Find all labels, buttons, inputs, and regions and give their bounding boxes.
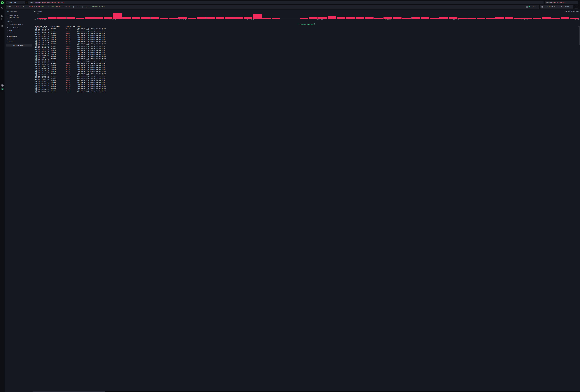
info-checkbox[interactable] (6, 30, 8, 31)
cell-severitytext: error (66, 52, 77, 53)
row-expand-chevron-icon[interactable]: › (33, 91, 35, 92)
search-logs-icon[interactable] (1, 15, 3, 17)
user-avatar[interactable]: U (1, 88, 4, 90)
select-query-input[interactable]: SELECT Timestamp, ServiceName, SeverityT… (28, 1, 182, 4)
row-expand-chevron-icon[interactable]: › (33, 78, 35, 79)
row-expand-chevron-icon[interactable]: › (33, 59, 35, 61)
row-expand-chevron-icon[interactable]: › (33, 84, 35, 85)
mode-results-table[interactable]: Results Table (6, 14, 32, 16)
row-expand-chevron-icon[interactable]: › (33, 69, 35, 70)
table-body: › Jun 11 1:56:51.975 PM payment error Vi… (33, 26, 182, 92)
histogram-bar[interactable] (132, 17, 140, 18)
histogram-bar[interactable] (85, 17, 94, 18)
histogram-bar[interactable] (113, 13, 122, 18)
cell-severitytext: error (66, 42, 77, 44)
cell-servicename: payment (50, 40, 66, 42)
row-expand-chevron-icon[interactable]: › (33, 82, 35, 83)
row-expand-chevron-icon[interactable]: › (33, 41, 35, 42)
histogram-bar[interactable] (178, 17, 182, 18)
cell-servicename: payment (50, 74, 66, 76)
cell-servicename: payment (50, 65, 66, 66)
histogram-bar[interactable] (76, 18, 84, 18)
query-token: , (60, 2, 61, 3)
row-expand-chevron-icon[interactable]: › (33, 39, 35, 40)
row-expand-chevron-icon[interactable]: › (33, 50, 35, 51)
denoise-icon (9, 24, 10, 25)
column-header-timestamp[interactable]: Timestamp (Local) (35, 26, 50, 27)
cell-servicename: payment (50, 63, 66, 64)
row-expand-chevron-icon[interactable]: › (33, 48, 35, 49)
row-expand-chevron-icon[interactable]: › (33, 80, 35, 81)
source-selector[interactable]: Demo Logs (6, 1, 25, 4)
page-content: Analysis Mode Results Table Event Patter… (5, 9, 182, 92)
row-expand-chevron-icon[interactable]: › (33, 31, 35, 32)
load-more-severitytext[interactable]: ∨ Load more (6, 32, 32, 34)
row-expand-chevron-icon[interactable]: › (33, 46, 35, 47)
row-expand-chevron-icon[interactable]: › (33, 29, 35, 30)
checkout-checkbox[interactable] (6, 38, 8, 40)
query-token: 'error' (23, 6, 28, 8)
dashboards-icon[interactable] (1, 25, 3, 27)
cell-severitytext: error (66, 61, 77, 63)
histogram-bar[interactable] (122, 17, 131, 18)
mode-event-patterns[interactable]: Event Patterns (6, 16, 32, 18)
where-query-input[interactable]: WHERE SeverityText = 'error' AND Body IL… (6, 5, 182, 8)
row-expand-chevron-icon[interactable]: › (33, 88, 35, 89)
cell-body: Visa cache full: cannot add new item. (77, 46, 182, 48)
search-icon[interactable] (6, 27, 8, 28)
histogram-bar[interactable] (150, 17, 159, 18)
panel-toggle-icon[interactable] (1, 7, 3, 9)
row-expand-chevron-icon[interactable]: › (33, 58, 35, 59)
row-expand-chevron-icon[interactable]: › (33, 43, 35, 44)
histogram-bar[interactable] (141, 17, 150, 18)
column-header-body[interactable]: Body (77, 26, 182, 27)
row-expand-chevron-icon[interactable]: › (33, 44, 35, 46)
cell-servicename: payment (50, 27, 66, 29)
histogram-bar[interactable] (48, 17, 56, 18)
column-header-servicename[interactable]: ServiceName (50, 26, 66, 27)
row-expand-chevron-icon[interactable]: › (33, 52, 35, 53)
row-expand-chevron-icon[interactable]: › (33, 37, 35, 38)
hyperdx-logo-icon[interactable] (1, 1, 4, 4)
row-expand-chevron-icon[interactable]: › (33, 71, 35, 72)
histogram-bar[interactable] (57, 17, 66, 18)
cell-body: Visa cache full: cannot add new item. (77, 29, 182, 31)
row-expand-chevron-icon[interactable]: › (33, 27, 35, 29)
row-expand-chevron-icon[interactable]: › (33, 74, 35, 76)
histogram-bar[interactable] (160, 18, 168, 18)
row-expand-chevron-icon[interactable]: › (33, 76, 35, 77)
row-expand-chevron-icon[interactable]: › (33, 86, 35, 87)
cell-servicename: payment (50, 71, 66, 72)
histogram-bar[interactable] (169, 18, 178, 18)
cell-severitytext: error (66, 86, 77, 87)
cell-body: Visa cache full: cannot add new item. (77, 74, 182, 76)
denoise-checkbox[interactable] (6, 24, 8, 25)
row-expand-chevron-icon[interactable]: › (33, 73, 35, 74)
row-expand-chevron-icon[interactable]: › (33, 63, 35, 64)
row-expand-chevron-icon[interactable]: › (33, 89, 35, 91)
row-expand-chevron-icon[interactable]: › (33, 33, 35, 34)
row-expand-chevron-icon[interactable]: › (33, 35, 35, 36)
client-sessions-icon[interactable] (1, 21, 3, 23)
histogram-bar[interactable] (38, 18, 47, 18)
cell-body: Visa cache full: cannot add new item. (77, 89, 182, 91)
row-expand-chevron-icon[interactable]: › (33, 54, 35, 55)
column-header-severitytext[interactable]: SeverityText (66, 26, 77, 27)
load-more-servicename[interactable]: ∨ Load more (6, 41, 32, 42)
chart-explorer-icon[interactable] (1, 18, 3, 20)
cell-severitytext: error (66, 69, 77, 70)
cell-body: Visa cache full: cannot add new item. (77, 71, 182, 72)
histogram-bar[interactable] (66, 16, 75, 18)
more-filters-button[interactable]: More filters ∨ (6, 44, 32, 46)
cell-body: Visa cache full: cannot add new item. (77, 63, 182, 64)
row-expand-chevron-icon[interactable]: › (33, 67, 35, 68)
histogram-bar[interactable] (104, 16, 112, 18)
search-icon[interactable] (6, 36, 8, 37)
help-button[interactable]: ? (1, 84, 4, 87)
row-expand-chevron-icon[interactable]: › (33, 61, 35, 62)
row-expand-chevron-icon[interactable]: › (33, 65, 35, 66)
row-expand-chevron-icon[interactable]: › (33, 56, 35, 57)
histogram-bar[interactable] (94, 16, 103, 18)
source-settings-button[interactable]: ⚙ (25, 1, 28, 3)
cell-servicename: payment (50, 29, 66, 31)
